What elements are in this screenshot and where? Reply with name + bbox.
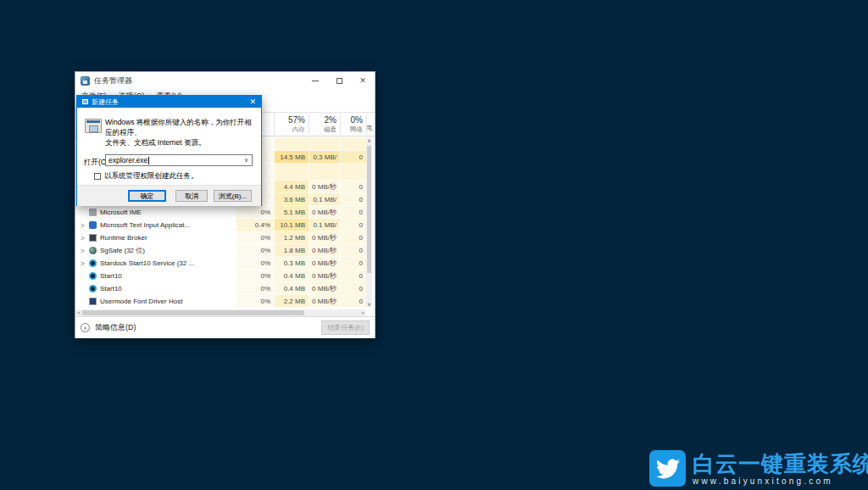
close-button[interactable]: ✕	[351, 72, 375, 89]
dialog-titlebar[interactable]: 新建任务 ✕	[77, 96, 261, 108]
font-driver-icon	[89, 298, 97, 305]
browse-button[interactable]: 浏览(B)...	[214, 190, 252, 202]
memory-cell: 1.2 MB	[274, 231, 309, 244]
table-row[interactable]: Start10 0% 0.4 MB 0 MB/秒 0 Mbps	[75, 270, 366, 282]
expand-chevron-icon[interactable]: >	[81, 246, 89, 255]
column-header-power[interactable]: 电	[366, 113, 376, 136]
maximize-button[interactable]	[327, 72, 351, 89]
status-bar: ∧ 简略信息(D) 结束任务(E)	[75, 316, 375, 338]
disk-cell: 0 MB/秒	[309, 257, 340, 270]
network-cell: 0 Mbps	[340, 244, 366, 257]
column-divider	[366, 114, 367, 134]
minimize-icon	[312, 81, 319, 81]
dialog-title: 新建任务	[92, 97, 119, 107]
sgsafe-icon	[89, 247, 97, 254]
cancel-button[interactable]: 取消	[175, 190, 208, 202]
watermark-url: www.baiyunxitong.com	[693, 476, 868, 486]
cpu-cell: 0%	[236, 282, 274, 295]
start10-icon	[89, 285, 97, 292]
process-name: Usermode Font Driver Host	[100, 298, 182, 305]
cpu-cell: 0%	[236, 206, 274, 219]
minimize-button[interactable]	[303, 72, 327, 89]
task-manager-titlebar[interactable]: 任务管理器 ✕	[75, 72, 375, 89]
dropdown-chevron-icon[interactable]: ∨	[241, 157, 252, 164]
scroll-down-icon[interactable]: ∨	[366, 301, 372, 308]
disk-cell: 0 MB/秒	[309, 244, 340, 257]
chevron-up-circle-icon[interactable]: ∧	[81, 323, 90, 332]
scroll-left-icon[interactable]: <	[75, 309, 82, 316]
dialog-message: Windows 将根据你所键入的名称，为你打开相应的程序、 文件夹、文档或 In…	[105, 117, 253, 148]
table-row[interactable]: Start10 0% 0.4 MB 0 MB/秒 0 Mbps	[75, 282, 366, 295]
dialog-footer: 确定 取消 浏览(B)...	[77, 185, 261, 206]
watermark-title: 白云一键重装系统	[693, 452, 868, 476]
cpu-cell: 0.4%	[236, 219, 274, 231]
expand-chevron-icon[interactable]: >	[81, 233, 89, 242]
column-divider	[309, 114, 309, 134]
network-cell: 0 Mbps	[340, 231, 366, 244]
vertical-scrollbar[interactable]: ∧ ∨	[366, 137, 372, 308]
expand-chevron-icon[interactable]: >	[81, 220, 89, 230]
network-cell: 0 Mbps	[340, 257, 366, 270]
disk-cell: 0.1 MB/秒	[309, 219, 340, 231]
process-name: Microsoft IME	[100, 209, 142, 216]
disk-cell	[309, 164, 340, 181]
horizontal-scrollbar-thumb[interactable]	[82, 310, 304, 315]
ok-button[interactable]: 确定	[128, 190, 166, 202]
memory-cell: 0.3 MB	[274, 257, 309, 270]
table-row[interactable]: > Stardock Start10 Service (32 ... 0% 0.…	[75, 257, 366, 270]
cpu-cell: 0%	[236, 270, 274, 282]
network-cell: 0 Mbps	[340, 151, 366, 164]
memory-cell: 1.8 MB	[274, 244, 309, 257]
start10-icon	[89, 259, 97, 267]
process-name: Microsoft Text Input Applicat...	[100, 221, 190, 229]
table-row[interactable]: > SgSafe (32 位) 0% 1.8 MB 0 MB/秒 0 Mbps	[75, 244, 366, 257]
text-input-app-icon	[89, 221, 97, 229]
vertical-scrollbar-thumb[interactable]	[367, 146, 371, 273]
cpu-cell: 0%	[236, 257, 274, 270]
cpu-cell: 0%	[236, 295, 274, 308]
memory-cell: 14.5 MB	[274, 151, 309, 164]
memory-cell: 2.2 MB	[274, 295, 309, 308]
table-row[interactable]: > Runtime Broker 0% 1.2 MB 0 MB/秒 0 Mbps	[75, 231, 366, 244]
maximize-icon	[337, 78, 342, 84]
network-cell: 0 Mbps	[340, 282, 366, 295]
expand-chevron-icon[interactable]: >	[81, 259, 89, 268]
watermark: 白云一键重装系统 www.baiyunxitong.com	[649, 450, 868, 487]
less-details-toggle[interactable]: 简略信息(D)	[95, 322, 136, 333]
memory-cell: 5.1 MB	[274, 206, 309, 219]
end-task-button[interactable]: 结束任务(E)	[321, 320, 370, 335]
table-row[interactable]: > Microsoft Text Input Applicat... 0.4% …	[75, 219, 366, 231]
network-cell	[340, 164, 366, 181]
open-combobox[interactable]: explorer.exe ∨	[105, 154, 253, 166]
runtime-broker-icon	[89, 234, 97, 242]
memory-cell: 3.6 MB	[274, 193, 309, 206]
start10-icon	[89, 272, 97, 280]
disk-cell: 0.3 MB/秒	[309, 151, 340, 164]
open-input-value[interactable]: explorer.exe	[108, 156, 147, 164]
new-task-dialog: 新建任务 ✕ Windows 将根据你所键入的名称，为你打开相应的程序、 文件夹…	[76, 95, 262, 206]
memory-cell: 0.4 MB	[274, 282, 309, 295]
table-row[interactable]: Microsoft IME 0% 5.1 MB 0 MB/秒 0 Mbps	[75, 206, 366, 219]
network-cell: 0 Mbps	[340, 295, 366, 308]
network-cell: 0 Mbps	[340, 206, 366, 219]
network-cell: 0 Mbps	[340, 219, 366, 231]
horizontal-scrollbar[interactable]: < >	[75, 309, 366, 316]
dialog-close-icon[interactable]: ✕	[249, 98, 256, 106]
column-header-memory[interactable]: 57% 内存	[274, 113, 309, 136]
memory-cell: 0.4 MB	[274, 270, 309, 282]
network-cell: 0 Mbps	[340, 181, 366, 193]
memory-cell: 4.4 MB	[274, 181, 309, 193]
column-header-network[interactable]: 0% 网络	[340, 113, 366, 136]
process-name: Stardock Start10 Service (32 ...	[100, 259, 194, 267]
disk-cell: 0 MB/秒	[309, 206, 340, 219]
admin-privileges-checkbox[interactable]	[94, 173, 101, 180]
column-header-disk[interactable]: 2% 磁盘	[309, 113, 340, 136]
admin-privileges-label: 以系统管理权限创建此任务。	[104, 171, 198, 181]
process-name: Start10	[100, 285, 122, 292]
table-row[interactable]: Usermode Font Driver Host 0% 2.2 MB 0 MB…	[75, 295, 366, 308]
cpu-cell: 0%	[236, 244, 274, 257]
scroll-up-icon[interactable]: ∧	[366, 137, 372, 144]
scroll-right-icon[interactable]: >	[359, 309, 366, 316]
run-program-icon	[85, 119, 102, 133]
ime-icon	[89, 209, 97, 216]
